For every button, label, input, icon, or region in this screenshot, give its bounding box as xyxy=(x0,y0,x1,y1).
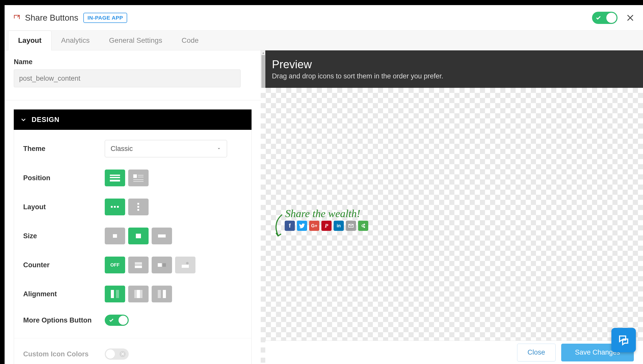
tab-general-settings[interactable]: General Settings xyxy=(99,31,172,50)
svg-rect-6 xyxy=(133,179,143,180)
preview-subtitle: Drag and drop icons to sort them in the … xyxy=(272,72,632,80)
settings-panel: Name DESIGN Theme Classic Position xyxy=(5,50,261,364)
counter-label: Counter xyxy=(23,261,105,269)
tab-analytics[interactable]: Analytics xyxy=(51,31,99,50)
preview-canvas: Share the wealth! f G+ P in xyxy=(261,88,643,364)
preview-panel: Preview Drag and drop icons to sort them… xyxy=(261,50,643,364)
app-enabled-toggle[interactable] xyxy=(592,12,618,24)
tab-layout[interactable]: Layout xyxy=(8,31,51,50)
counter-option-3[interactable] xyxy=(175,257,195,273)
name-input[interactable] xyxy=(14,69,241,87)
share-caption: Share the wealth! xyxy=(285,207,368,220)
svg-rect-22 xyxy=(182,265,189,268)
position-option-above[interactable] xyxy=(128,170,149,186)
svg-rect-9 xyxy=(114,206,116,208)
custom-colors-label: Custom Icon Colors xyxy=(23,350,105,358)
custom-colors-toggle[interactable]: ✕ xyxy=(105,348,129,360)
svg-rect-3 xyxy=(133,174,137,178)
chevron-up-icon[interactable]: ▴ xyxy=(261,50,266,55)
facebook-icon[interactable]: f xyxy=(285,221,295,231)
size-option-large[interactable] xyxy=(152,228,172,244)
svg-rect-4 xyxy=(138,175,143,176)
counter-option-off[interactable]: OFF xyxy=(105,257,125,273)
alignment-label: Alignment xyxy=(23,290,105,298)
chevron-down-icon xyxy=(20,117,27,123)
twitter-icon[interactable] xyxy=(297,221,307,231)
position-label: Position xyxy=(23,174,105,182)
theme-label: Theme xyxy=(23,145,105,153)
layout-option-vertical[interactable] xyxy=(128,199,149,215)
size-option-medium[interactable] xyxy=(128,228,149,244)
svg-point-21 xyxy=(186,262,189,264)
x-icon: ✕ xyxy=(120,351,126,357)
svg-rect-13 xyxy=(137,209,139,211)
svg-rect-23 xyxy=(111,290,114,298)
design-section-title: DESIGN xyxy=(32,116,60,124)
more-options-label: More Options Button xyxy=(23,316,105,324)
svg-rect-8 xyxy=(111,206,113,208)
arrow-icon xyxy=(272,213,285,238)
app-title: Share Buttons xyxy=(25,13,78,23)
svg-rect-7 xyxy=(133,181,143,182)
more-icon[interactable] xyxy=(358,221,368,231)
alignment-option-right[interactable] xyxy=(152,286,172,302)
svg-rect-17 xyxy=(135,262,142,265)
counter-option-1[interactable] xyxy=(128,257,149,273)
svg-rect-1 xyxy=(110,177,120,178)
pinterest-icon[interactable]: P xyxy=(321,221,332,231)
name-label: Name xyxy=(14,58,252,66)
svg-rect-15 xyxy=(136,234,141,238)
svg-rect-24 xyxy=(116,290,119,298)
svg-rect-16 xyxy=(158,234,166,237)
svg-rect-29 xyxy=(163,290,166,298)
close-icon[interactable] xyxy=(625,13,635,23)
preview-title: Preview xyxy=(272,58,632,71)
position-option-below[interactable] xyxy=(105,170,125,186)
design-accordion-header[interactable]: DESIGN xyxy=(14,109,252,130)
chat-fab[interactable] xyxy=(611,328,636,352)
counter-option-2[interactable] xyxy=(152,257,172,273)
svg-rect-14 xyxy=(113,234,117,238)
svg-rect-0 xyxy=(110,175,120,176)
svg-rect-18 xyxy=(135,265,142,268)
theme-select[interactable]: Classic xyxy=(105,140,227,157)
app-header: Share Buttons IN-PAGE APP xyxy=(5,5,643,31)
svg-rect-20 xyxy=(163,263,166,267)
tabs-row: Layout Analytics General Settings Code xyxy=(5,31,643,50)
chevron-down-icon xyxy=(217,146,221,151)
size-option-small[interactable] xyxy=(105,228,125,244)
alignment-option-center[interactable] xyxy=(128,286,149,302)
share-icon xyxy=(12,13,21,22)
svg-rect-11 xyxy=(137,203,139,205)
svg-rect-5 xyxy=(138,177,143,177)
more-options-toggle[interactable] xyxy=(105,315,129,326)
tab-code[interactable]: Code xyxy=(172,31,208,50)
layout-label: Layout xyxy=(23,203,105,211)
design-accordion-body: Theme Classic Position xyxy=(14,130,252,364)
svg-rect-27 xyxy=(139,290,142,298)
svg-rect-10 xyxy=(117,206,119,208)
svg-rect-12 xyxy=(137,206,139,208)
layout-option-horizontal[interactable] xyxy=(105,199,125,215)
close-button[interactable]: Close xyxy=(517,344,556,361)
footer-bar: Close Save Changes xyxy=(265,341,643,364)
in-page-app-badge: IN-PAGE APP xyxy=(83,13,127,23)
svg-rect-28 xyxy=(158,290,161,298)
alignment-option-left[interactable] xyxy=(105,286,125,302)
svg-rect-19 xyxy=(158,263,162,267)
size-label: Size xyxy=(23,232,105,240)
email-icon[interactable] xyxy=(346,221,356,231)
googleplus-icon[interactable]: G+ xyxy=(309,221,319,231)
chat-icon xyxy=(618,334,630,346)
svg-rect-2 xyxy=(110,180,120,181)
linkedin-icon[interactable]: in xyxy=(334,221,344,231)
